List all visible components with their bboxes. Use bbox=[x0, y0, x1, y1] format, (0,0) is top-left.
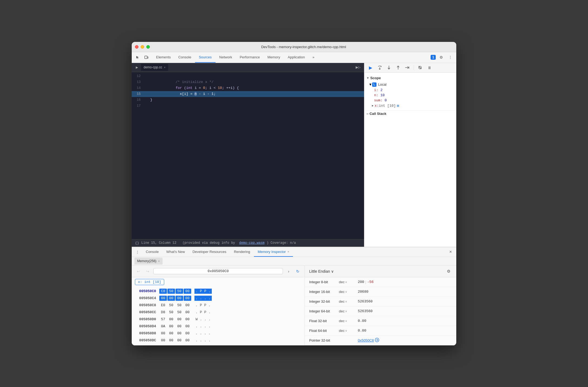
hex-char-0-3: . bbox=[207, 289, 212, 294]
more-options-btn[interactable]: ⋮ bbox=[447, 54, 454, 61]
wasm-link[interactable]: demo-cpp.wasm bbox=[239, 241, 265, 245]
step-into-btn[interactable] bbox=[385, 64, 392, 71]
hex-byte-3-3[interactable]: 00 bbox=[184, 310, 191, 315]
settings-btn[interactable]: ⚙ bbox=[437, 54, 445, 61]
hex-byte-0-2[interactable]: 50 bbox=[176, 289, 183, 294]
hex-byte-3-2[interactable]: 50 bbox=[176, 310, 183, 315]
hex-byte-5-0[interactable]: 0A bbox=[159, 324, 167, 329]
hex-byte-4-0[interactable]: 57 bbox=[159, 317, 167, 322]
hex-byte-6-1[interactable]: 00 bbox=[167, 331, 175, 336]
hex-char-2-1: P bbox=[199, 303, 203, 308]
tab-sources[interactable]: Sources bbox=[195, 52, 216, 63]
format-icon[interactable]: {} bbox=[135, 241, 139, 245]
cursor-icon-btn[interactable] bbox=[134, 54, 141, 61]
memory-inspector-tab-close[interactable]: × bbox=[288, 250, 289, 253]
hex-byte-3-0[interactable]: D8 bbox=[159, 310, 167, 315]
hex-byte-1-3[interactable]: 00 bbox=[184, 296, 191, 301]
scope-header[interactable]: ▼ Scope bbox=[364, 75, 456, 81]
hex-byte-1-1[interactable]: 00 bbox=[167, 296, 175, 301]
bottom-menu-btn[interactable]: ⋮ bbox=[134, 248, 141, 255]
hex-byte-6-2[interactable]: 00 bbox=[176, 331, 183, 336]
hex-byte-5-1[interactable]: 00 bbox=[167, 324, 175, 329]
hex-byte-2-0[interactable]: E0 bbox=[159, 303, 167, 308]
hex-byte-3-1[interactable]: 50 bbox=[167, 310, 175, 315]
tab-application[interactable]: Application bbox=[284, 52, 309, 63]
hex-byte-7-1[interactable]: 00 bbox=[167, 338, 175, 343]
bottom-tab-developer-resources[interactable]: Developer Resources bbox=[189, 247, 230, 257]
hex-byte-4-3[interactable]: 00 bbox=[184, 317, 191, 322]
nav-back-btn[interactable]: ↩ bbox=[135, 268, 142, 275]
hex-bytes-0: C8 50 50 00 bbox=[159, 289, 191, 294]
local-header[interactable]: ▼ L Local bbox=[364, 82, 456, 88]
memory-subtab-close[interactable]: × bbox=[158, 259, 160, 263]
bottom-close-btn[interactable]: × bbox=[447, 248, 454, 255]
hex-byte-0-1[interactable]: 50 bbox=[167, 289, 175, 294]
tab-performance[interactable]: Performance bbox=[236, 52, 263, 63]
endian-select[interactable]: Little Endian ∨ bbox=[309, 269, 334, 273]
bottom-tab-rendering[interactable]: Rendering bbox=[230, 247, 254, 257]
status-info: (provided via debug info by bbox=[179, 241, 237, 245]
call-stack-header[interactable]: – Call Stack bbox=[364, 110, 456, 117]
nav-fwd-btn[interactable]: ↪ bbox=[144, 268, 151, 275]
address-input[interactable] bbox=[153, 268, 283, 274]
hex-byte-1-0[interactable]: 00 bbox=[159, 296, 167, 301]
close-window-button[interactable] bbox=[135, 45, 138, 49]
value-row-int8: Integer 8-bit dec ∨ 200 | -56 bbox=[305, 277, 456, 287]
deactivate-breakpoints-btn[interactable] bbox=[417, 64, 424, 71]
hex-byte-7-2[interactable]: 00 bbox=[176, 338, 183, 343]
hex-byte-5-3[interactable]: 00 bbox=[184, 324, 191, 329]
hex-char-2-0: . bbox=[194, 303, 199, 308]
bottom-tab-console[interactable]: Console bbox=[142, 247, 163, 257]
enc-float64[interactable]: dec ∨ bbox=[339, 329, 358, 333]
maximize-window-button[interactable] bbox=[146, 45, 150, 49]
minimize-window-button[interactable] bbox=[141, 45, 144, 49]
enc-int8[interactable]: dec ∨ bbox=[339, 280, 358, 284]
tab-memory[interactable]: Memory bbox=[264, 52, 284, 63]
val-ptr32[interactable]: 0x5050C8 bbox=[358, 338, 374, 342]
hex-byte-6-0[interactable]: 00 bbox=[159, 331, 167, 336]
pointer-ext-icon[interactable] bbox=[375, 338, 379, 343]
format-btn[interactable]: ▶▷ bbox=[354, 64, 362, 71]
enc-int64[interactable]: dec ∨ bbox=[339, 309, 358, 313]
resume-btn[interactable]: ▶ bbox=[367, 64, 374, 71]
hex-byte-1-2[interactable]: 00 bbox=[176, 296, 183, 301]
nav-next-addr-btn[interactable]: › bbox=[285, 268, 292, 275]
tab-more[interactable]: » bbox=[309, 52, 318, 63]
step-btn[interactable] bbox=[404, 64, 411, 71]
memory-icon-x[interactable]: ⊞ bbox=[397, 104, 399, 108]
value-row-float64: Float 64-bit dec ∨ 0.00 bbox=[305, 326, 456, 336]
refresh-btn[interactable]: ↻ bbox=[294, 268, 301, 275]
val-float32: 0.00 bbox=[358, 319, 366, 323]
hex-byte-2-2[interactable]: 50 bbox=[176, 303, 183, 308]
hex-byte-7-0[interactable]: 00 bbox=[159, 338, 167, 343]
bottom-tab-memory-inspector[interactable]: Memory Inspector × bbox=[254, 247, 293, 257]
hex-byte-4-1[interactable]: 00 bbox=[167, 317, 175, 322]
enc-int16[interactable]: dec ∨ bbox=[339, 290, 358, 294]
tab-console[interactable]: Console bbox=[174, 52, 195, 63]
bottom-tab-whatsnew[interactable]: What's New bbox=[163, 247, 189, 257]
enc-int32[interactable]: dec ∨ bbox=[339, 299, 358, 303]
notification-badge[interactable]: 1 bbox=[431, 55, 436, 60]
hex-byte-5-2[interactable]: 00 bbox=[176, 324, 183, 329]
file-tab-demo-cpp[interactable]: demo-cpp.cc × bbox=[141, 64, 168, 71]
memory-subtab-256[interactable]: Memory(256) × bbox=[134, 258, 163, 265]
hex-byte-7-3[interactable]: 00 bbox=[184, 338, 191, 343]
file-tree-toggle[interactable]: ▶ bbox=[134, 64, 140, 70]
var-name-i: i: bbox=[374, 88, 380, 92]
hex-byte-0-3[interactable]: 00 bbox=[184, 289, 191, 294]
var-badge[interactable]: x: int [10] bbox=[135, 279, 164, 285]
tab-elements[interactable]: Elements bbox=[152, 52, 174, 63]
step-over-btn[interactable] bbox=[376, 64, 383, 71]
pause-btn[interactable]: ⏸ bbox=[426, 64, 433, 71]
file-tab-close[interactable]: × bbox=[164, 66, 166, 69]
device-toggle-btn[interactable] bbox=[143, 54, 150, 61]
step-out-btn[interactable] bbox=[395, 64, 402, 71]
hex-byte-2-3[interactable]: 00 bbox=[184, 303, 191, 308]
endian-gear-btn[interactable]: ⚙ bbox=[445, 268, 452, 275]
hex-byte-6-3[interactable]: 00 bbox=[184, 331, 191, 336]
hex-byte-2-1[interactable]: 50 bbox=[167, 303, 175, 308]
tab-network[interactable]: Network bbox=[216, 52, 236, 63]
enc-float32[interactable]: dec ∨ bbox=[339, 319, 358, 323]
hex-byte-0-0[interactable]: C8 bbox=[159, 289, 167, 294]
hex-byte-4-2[interactable]: 00 bbox=[176, 317, 183, 322]
